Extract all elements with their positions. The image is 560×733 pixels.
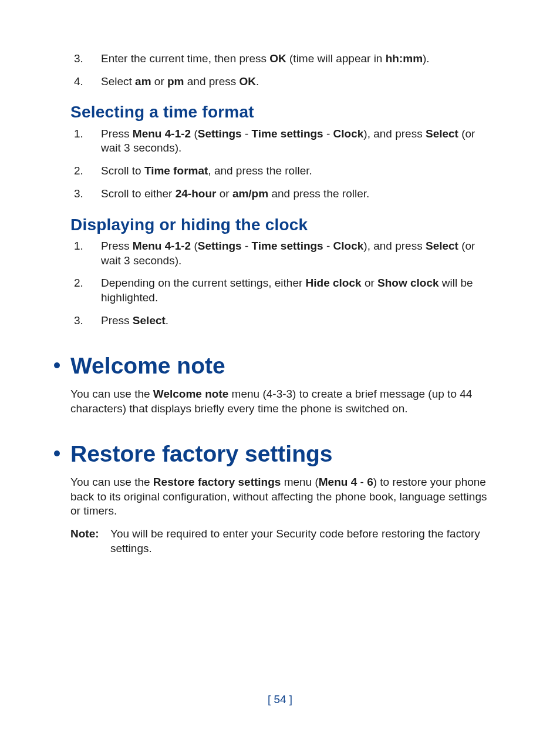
page-number: [ 54 ]: [0, 692, 560, 707]
note-body: You will be required to enter your Secur…: [110, 527, 490, 556]
restore-note: Note: You will be required to enter your…: [70, 527, 490, 556]
bullet-icon: [54, 362, 60, 368]
list-item-body: Press Select.: [101, 314, 490, 328]
list-item-body: Enter the current time, then press OK (t…: [101, 52, 490, 66]
list-item: 2.Scroll to Time format, and press the r…: [70, 164, 490, 179]
list-item-number: 3.: [70, 314, 101, 328]
list-item-number: 3.: [70, 187, 101, 201]
list-item-number: 2.: [70, 276, 101, 305]
list-item: 3.Scroll to either 24-hour or am/pm and …: [70, 187, 490, 201]
note-label: Note:: [70, 527, 110, 556]
welcome-note-paragraph: You can use the Welcome note menu (4-3-3…: [70, 387, 490, 416]
selecting-time-format-steps: 1.Press Menu 4-1-2 (Settings - Time sett…: [70, 127, 490, 201]
list-item: 1.Press Menu 4-1-2 (Settings - Time sett…: [70, 239, 490, 268]
list-item: 2.Depending on the current settings, eit…: [70, 276, 490, 305]
heading-welcome-note-text: Welcome note: [70, 353, 225, 378]
list-item: 3.Press Select.: [70, 314, 490, 328]
list-item-body: Press Menu 4-1-2 (Settings - Time settin…: [101, 127, 490, 156]
list-item-body: Select am or pm and press OK.: [101, 75, 490, 89]
list-item-body: Press Menu 4-1-2 (Settings - Time settin…: [101, 239, 490, 268]
list-item: 3.Enter the current time, then press OK …: [70, 52, 490, 66]
heading-welcome-note: Welcome note: [70, 351, 490, 381]
list-item-number: 2.: [70, 164, 101, 179]
list-item-body: Scroll to either 24-hour or am/pm and pr…: [101, 187, 490, 201]
heading-restore-factory-settings: Restore factory settings: [70, 439, 490, 469]
heading-displaying-hiding-clock: Displaying or hiding the clock: [70, 214, 490, 236]
bullet-icon: [54, 450, 60, 456]
heading-selecting-time-format: Selecting a time format: [70, 102, 490, 123]
list-item-number: 1.: [70, 239, 101, 268]
heading-restore-text: Restore factory settings: [70, 441, 332, 466]
list-item: 1.Press Menu 4-1-2 (Settings - Time sett…: [70, 127, 490, 156]
list-item: 4.Select am or pm and press OK.: [70, 75, 490, 89]
list-item-body: Depending on the current settings, eithe…: [101, 276, 490, 305]
list-item-number: 4.: [70, 75, 101, 89]
restore-paragraph: You can use the Restore factory settings…: [70, 475, 490, 519]
intro-steps: 3.Enter the current time, then press OK …: [70, 52, 490, 89]
displaying-hiding-clock-steps: 1.Press Menu 4-1-2 (Settings - Time sett…: [70, 239, 490, 328]
list-item-number: 1.: [70, 127, 101, 156]
list-item-number: 3.: [70, 52, 101, 66]
list-item-body: Scroll to Time format, and press the rol…: [101, 164, 490, 179]
